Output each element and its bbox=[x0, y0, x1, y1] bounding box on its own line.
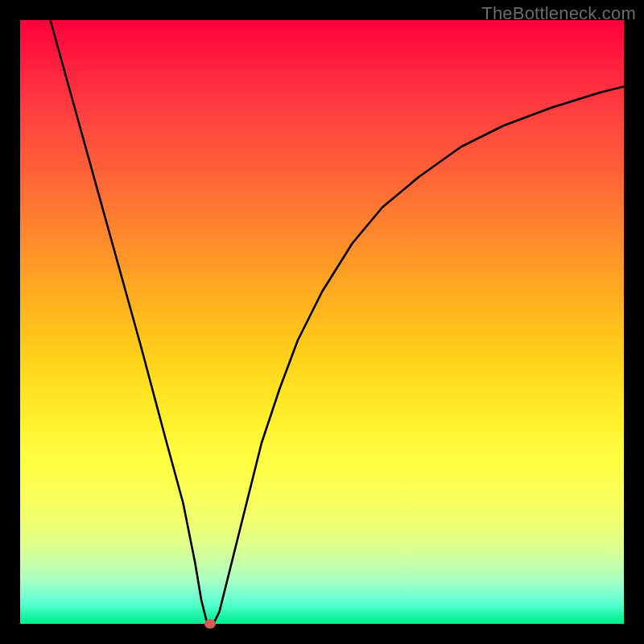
plot-area bbox=[20, 20, 624, 624]
watermark-text: TheBottleneck.com bbox=[481, 3, 636, 24]
curve-svg bbox=[20, 20, 624, 624]
bottleneck-curve bbox=[51, 20, 625, 624]
chart-canvas: TheBottleneck.com bbox=[0, 0, 644, 644]
minimum-marker bbox=[204, 619, 216, 629]
